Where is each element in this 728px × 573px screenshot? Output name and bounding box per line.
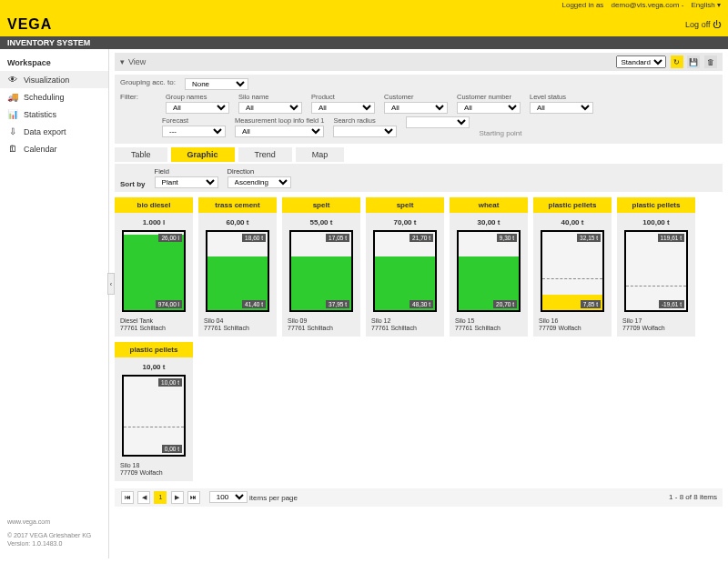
user-link[interactable]: demo@vis.vega.com (612, 1, 680, 9)
sidebar-item-calendar[interactable]: 🗓 Calendar (0, 140, 108, 157)
vega-url[interactable]: www.vega.com (7, 518, 101, 526)
tank-fill-value: 48,30 t (410, 300, 433, 308)
silo-product: spelt (282, 197, 360, 213)
tank-empty-value: 119,61 t (658, 234, 685, 242)
silo-card[interactable]: plastic pellets 100,00 t 119,61 t -19,61… (617, 197, 695, 337)
tank-fill-value: 41,40 t (242, 300, 266, 308)
sort-field-select[interactable]: Plant (155, 176, 218, 188)
silo-capacity: 40,00 t (533, 213, 612, 230)
filter-panel: Grouping acc. to: None Filter: Group nam… (115, 75, 723, 144)
tab-map[interactable]: Map (296, 147, 345, 162)
silo-capacity: 1.000 l (115, 213, 193, 230)
tank-fill-value: 37,95 t (326, 300, 349, 308)
tank-empty-value: 18,60 t (242, 234, 266, 242)
radius-select[interactable] (406, 116, 470, 128)
sidebar-collapse-icon[interactable]: ‹ (107, 273, 115, 295)
tab-table[interactable]: Table (115, 147, 167, 162)
silo-info: Silo 1277761 Schiltach (366, 312, 444, 333)
expand-icon[interactable]: ▾ (120, 57, 125, 66)
sort-direction-select[interactable]: Ascending (228, 176, 291, 188)
grouping-select[interactable]: None (185, 78, 248, 90)
pager-next-icon[interactable]: ▶ (171, 491, 184, 504)
silo-capacity: 100,00 t (617, 213, 695, 230)
silo-card[interactable]: spelt 55,00 t 17,05 t 37,95 t Silo 09777… (282, 197, 360, 337)
silo-capacity: 70,00 t (366, 213, 444, 230)
tank-empty-value: 26,00 l (158, 234, 182, 242)
pager: ⏮ ◀ 1 ▶ ⏭ 100 items per page 1 - 8 of 8 … (115, 488, 723, 508)
silo-card[interactable]: wheat 30,00 t 9,30 t 20,70 t Silo 157776… (450, 197, 528, 337)
silo-info: Silo 1877709 Wolfach (115, 457, 193, 478)
sort-bar: Sort by FieldPlant DirectionAscending (115, 164, 723, 192)
pager-last-icon[interactable]: ⏭ (187, 491, 200, 504)
filter-label: Filter: (120, 93, 157, 114)
logged-in-text: Logged in as (562, 1, 604, 9)
filter-group-names-select[interactable]: All (166, 102, 229, 114)
logoff-button[interactable]: Log off ⏻ (685, 20, 721, 29)
language-link[interactable]: English (692, 1, 715, 9)
delete-view-icon[interactable]: 🗑 (704, 55, 717, 68)
tank-empty-value: 32,15 t (577, 234, 601, 242)
save-view-icon[interactable]: 💾 (687, 55, 700, 68)
silo-card[interactable]: plastic pellets 10,00 t 10,00 t 0,00 t S… (115, 342, 193, 481)
silo-info: Silo 1777709 Wolfach (617, 312, 695, 333)
sidebar-item-visualization[interactable]: 👁 Visualization (0, 71, 108, 88)
logo: VEGA (7, 16, 52, 33)
tank-fill-value: -19,61 t (659, 300, 684, 308)
sidebar-item-data-export[interactable]: ⇩ Data export (0, 123, 108, 140)
visualization-icon: 👁 (7, 75, 18, 85)
silo-card[interactable]: spelt 70,00 t 21,70 t 48,30 t Silo 12777… (366, 197, 444, 337)
tank-gauge: 17,05 t 37,95 t (289, 230, 353, 312)
filter-customer-select[interactable]: All (384, 102, 448, 114)
starting-point-button[interactable]: Starting point (479, 129, 521, 137)
tab-graphic[interactable]: Graphic (171, 147, 235, 162)
grouping-label: Grouping acc. to: (120, 78, 176, 90)
silo-info: Silo 0977761 Schiltach (282, 312, 360, 333)
tank-gauge: 21,70 t 48,30 t (373, 230, 437, 312)
filter-measurement-loop-info-field-1-select[interactable]: All (235, 126, 324, 137)
silo-card[interactable]: trass cement 60,00 t 18,60 t 41,40 t Sil… (198, 197, 277, 337)
tab-trend[interactable]: Trend (238, 147, 292, 162)
silo-capacity: 10,00 t (115, 357, 193, 375)
statistics-icon: 📊 (7, 109, 18, 119)
scheduling-icon: 🚚 (7, 92, 18, 102)
tank-empty-value: 9,30 t (497, 234, 517, 242)
top-bar: Logged in as demo@vis.vega.com - English… (0, 0, 728, 13)
silo-info: Silo 1577761 Schiltach (450, 312, 528, 333)
view-preset-select[interactable]: Standard (616, 55, 666, 68)
silo-card[interactable]: plastic pellets 40,00 t 32,15 t 7,85 t S… (533, 197, 612, 337)
silo-product: plastic pellets (115, 342, 193, 357)
data export-icon: ⇩ (7, 126, 18, 136)
tank-fill-value: 974,00 l (156, 300, 182, 308)
refresh-icon[interactable]: ↻ (671, 55, 683, 68)
pager-perpage-select[interactable]: 100 (209, 491, 248, 503)
header: VEGA Log off ⏻ (0, 13, 728, 36)
silo-info: Diesel Tank77761 Schiltach (115, 312, 193, 333)
tank-gauge: 32,15 t 7,85 t (541, 230, 604, 312)
tank-gauge: 18,60 t 41,40 t (206, 230, 269, 312)
pager-first-icon[interactable]: ⏮ (121, 491, 134, 504)
sidebar-item-scheduling[interactable]: 🚚 Scheduling (0, 88, 108, 106)
silo-product: plastic pellets (617, 197, 695, 213)
filter-level-status-select[interactable]: All (530, 102, 593, 114)
content: ▾ View Standard ↻ 💾 🗑 Grouping acc. to: … (109, 49, 728, 558)
tank-gauge: 119,61 t -19,61 t (624, 230, 688, 312)
calendar-icon: 🗓 (7, 144, 18, 154)
pager-prev-icon[interactable]: ◀ (137, 491, 150, 504)
filter-product-select[interactable]: All (311, 102, 375, 114)
footer-links: www.vega.com © 2017 VEGA Grieshaber KG V… (0, 512, 108, 553)
sort-label: Sort by (120, 180, 146, 188)
tank-empty-value: 10,00 t (158, 378, 182, 387)
filter-search-radius-select[interactable] (333, 126, 397, 137)
silo-capacity: 60,00 t (198, 213, 277, 230)
silo-product: plastic pellets (533, 197, 612, 213)
silo-capacity: 30,00 t (450, 213, 528, 230)
silo-product: trass cement (198, 197, 277, 213)
view-bar: ▾ View Standard ↻ 💾 🗑 (115, 53, 723, 71)
silo-card[interactable]: bio diesel 1.000 l 26,00 l 974,00 l Dies… (115, 197, 193, 337)
sidebar-item-statistics[interactable]: 📊 Statistics (0, 106, 108, 123)
silo-cards: bio diesel 1.000 l 26,00 l 974,00 l Dies… (115, 197, 723, 481)
filter-customer-number-select[interactable]: All (457, 102, 521, 114)
filter-silo-name-select[interactable]: All (238, 102, 302, 114)
pager-page[interactable]: 1 (154, 491, 167, 504)
filter-forecast-select[interactable]: --- (162, 126, 226, 137)
